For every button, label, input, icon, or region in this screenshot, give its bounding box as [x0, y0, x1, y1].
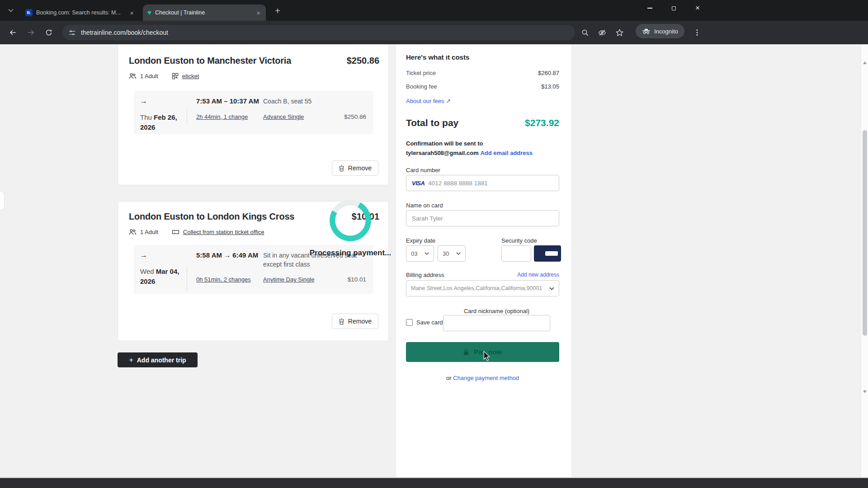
- eye-off-icon[interactable]: [596, 26, 609, 39]
- new-tab-button[interactable]: +: [271, 5, 284, 17]
- tab-booking[interactable]: B. Booking.com: Search results: M... ×: [21, 5, 139, 21]
- trip-price: $250.86: [347, 56, 379, 66]
- chevron-down-icon: [8, 9, 14, 12]
- passenger-count: 1 Adult: [140, 73, 158, 80]
- vertical-scrollbar[interactable]: [861, 44, 868, 479]
- scroll-down-icon[interactable]: [863, 390, 867, 393]
- security-code-card-icon: [534, 245, 561, 262]
- security-code-field[interactable]: [501, 245, 531, 262]
- trainline-favicon-icon: ♥: [147, 9, 151, 16]
- ticket-type-link[interactable]: eticket: [182, 73, 199, 80]
- plus-icon: +: [129, 356, 133, 364]
- remove-trip-button[interactable]: Remove: [332, 314, 378, 329]
- journey-day: Wed: [140, 267, 154, 275]
- fee-row: Ticket price $260.87: [406, 70, 559, 76]
- window-minimize-button[interactable]: [639, 0, 660, 16]
- name-on-card-label: Name on card: [406, 202, 559, 209]
- passenger-count: 1 Adult: [140, 229, 158, 235]
- expiry-label: Expiry date: [406, 237, 451, 244]
- visa-logo-icon: VISA: [412, 180, 425, 187]
- forward-button[interactable]: [24, 26, 37, 39]
- reload-button[interactable]: [42, 26, 55, 39]
- email-address: tylersarah508@gmail.com: [406, 150, 479, 156]
- about-fees-link[interactable]: About our fees ↗: [406, 98, 451, 104]
- save-card-row: Save card: [406, 319, 443, 326]
- add-another-trip-button[interactable]: + Add another trip: [118, 352, 198, 367]
- ticket-type-link[interactable]: Collect from station ticket office: [183, 229, 264, 235]
- tab-search-button[interactable]: [5, 4, 17, 17]
- scroll-up-icon[interactable]: [863, 61, 867, 64]
- duration-link[interactable]: 0h 51min, 2 changes: [196, 276, 263, 283]
- chevron-down-icon: [549, 287, 554, 290]
- card-number-field[interactable]: VISA 4012 8888 8888 1881: [406, 175, 559, 191]
- minimize-icon: [647, 8, 652, 9]
- processing-message: Processing payment...: [274, 249, 427, 258]
- back-button[interactable]: [6, 26, 19, 39]
- page-viewport: London Euston to Manchester Victoria $25…: [0, 44, 868, 479]
- name-on-card-value: Sarah Tyler: [412, 215, 443, 222]
- remove-label: Remove: [348, 164, 372, 172]
- add-email-link[interactable]: Add email address: [480, 150, 533, 156]
- tab-close-icon[interactable]: ×: [255, 9, 261, 17]
- add-new-address-link[interactable]: Add new address: [517, 272, 559, 278]
- card-number-value: 4012 8888 8888 1881: [428, 180, 487, 187]
- address-bar[interactable]: thetrainline.com/book/checkout: [62, 25, 575, 40]
- seat-info: Coach B, seat 55: [263, 97, 366, 106]
- email-line: tylersarah508@gmail.com Add email addres…: [406, 150, 559, 156]
- confirmation-label: Confirmation will be sent to: [406, 140, 559, 147]
- expiry-year-select[interactable]: 30: [438, 245, 466, 262]
- trip-card-1: London Euston to Manchester Victoria $25…: [118, 44, 389, 185]
- close-icon: ×: [695, 4, 700, 13]
- costs-title: Here's what it costs: [406, 55, 559, 61]
- or-text: or: [446, 375, 452, 381]
- change-payment-method-link[interactable]: Change payment method: [453, 375, 519, 381]
- maximize-icon: [672, 6, 676, 10]
- ticket-icon: [172, 229, 179, 235]
- forward-arrow-icon: [27, 29, 35, 36]
- name-on-card-field[interactable]: Sarah Tyler: [406, 210, 559, 226]
- fare-type-link[interactable]: Advance Single: [263, 113, 304, 120]
- tab-title: Booking.com: Search results: M...: [36, 9, 125, 16]
- outbound-arrow-icon: →: [140, 251, 196, 259]
- timeline-divider: [187, 267, 187, 291]
- reload-icon: [45, 29, 52, 36]
- card-nickname-input[interactable]: [443, 315, 550, 331]
- fee-label: Booking fee: [406, 83, 437, 90]
- tab-strip: B. Booking.com: Search results: M... × ♥…: [0, 0, 868, 21]
- browser-window: B. Booking.com: Search results: M... × ♥…: [0, 0, 868, 488]
- scrollbar-thumb[interactable]: [863, 130, 867, 336]
- billing-address-select[interactable]: Mane Street,Los Angeles,California,Calif…: [406, 280, 559, 296]
- window-close-button[interactable]: ×: [687, 0, 708, 16]
- incognito-label: Incognito: [654, 28, 678, 35]
- remove-trip-button[interactable]: Remove: [332, 160, 378, 176]
- eticket-qr-icon: [172, 73, 179, 80]
- back-arrow-icon: [9, 29, 17, 36]
- lock-icon: [463, 348, 469, 356]
- fare-type-link[interactable]: Anytime Day Single: [263, 276, 314, 283]
- fare-price: $250.86: [344, 113, 366, 120]
- journey-details: → Thu Feb 26, 2026 7:53 AM – 10:37 AM Co…: [134, 91, 373, 134]
- trash-icon: [339, 318, 344, 325]
- tab-close-icon[interactable]: ×: [129, 9, 135, 17]
- window-maximize-button[interactable]: [663, 0, 684, 16]
- zoom-search-icon[interactable]: [579, 26, 591, 39]
- duration-link[interactable]: 2h 44min, 1 change: [196, 113, 263, 120]
- journey-times: 7:53 AM – 10:37 AM: [196, 97, 263, 106]
- fee-label: Ticket price: [406, 70, 436, 76]
- card-nickname-label: Card nickname (optional): [443, 308, 550, 314]
- total-row: Total to pay $273.92: [406, 117, 559, 128]
- tab-trainline[interactable]: ♥ Checkout | Trainline ×: [143, 5, 266, 21]
- fee-value: $13.05: [541, 83, 559, 90]
- browser-toolbar: thetrainline.com/book/checkout Incognito: [0, 21, 868, 44]
- save-card-checkbox[interactable]: [406, 319, 413, 326]
- incognito-icon: [642, 28, 651, 34]
- site-info-icon: [69, 29, 75, 36]
- side-panel-handle[interactable]: [0, 191, 5, 210]
- mouse-cursor: [483, 351, 491, 363]
- menu-kebab-icon[interactable]: [691, 26, 703, 39]
- trip-route-title: London Euston to Manchester Victoria: [129, 56, 291, 66]
- trash-icon: [339, 165, 344, 172]
- payment-sidebar: Here's what it costs Ticket price $260.8…: [396, 44, 572, 479]
- loading-spinner: [330, 200, 371, 241]
- bookmark-star-icon[interactable]: [613, 26, 626, 39]
